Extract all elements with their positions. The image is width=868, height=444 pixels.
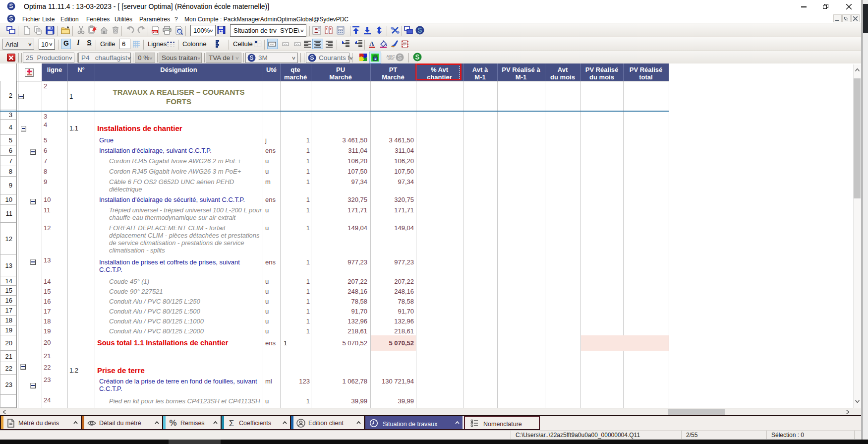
svg-text:A: A [369,40,374,47]
svg-text:Σ: Σ [229,419,234,428]
svg-text:%: % [169,419,176,428]
svg-text:PDF: PDF [152,30,158,33]
